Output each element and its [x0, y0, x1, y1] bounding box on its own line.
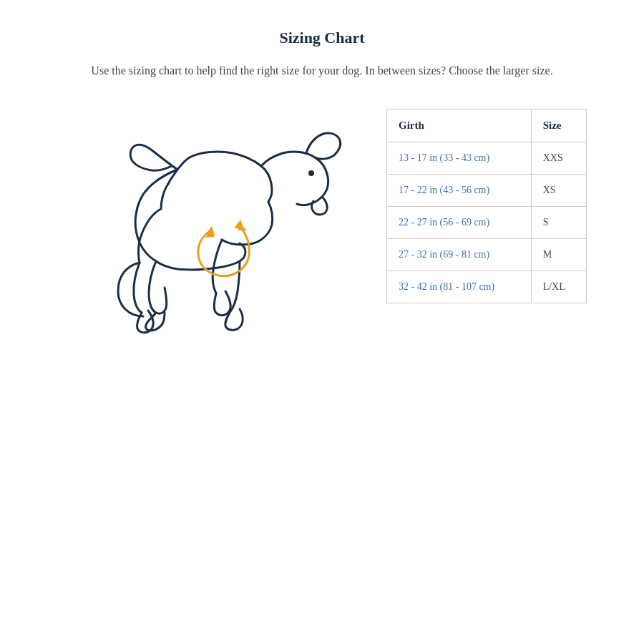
page-title: Sizing Chart [279, 29, 364, 47]
girth-header: Girth [387, 109, 532, 142]
size-cell: L/XL [531, 270, 586, 303]
content-row: Girth Size 13 - 17 in (33 - 43 cm)XXS17 … [14, 109, 630, 384]
table-row: 32 - 42 in (81 - 107 cm)L/XL [387, 270, 587, 303]
table-row: 27 - 32 in (69 - 81 cm)M [387, 238, 587, 270]
girth-cell: 17 - 22 in (43 - 56 cm) [387, 174, 532, 206]
sizing-table: Girth Size 13 - 17 in (33 - 43 cm)XXS17 … [386, 109, 587, 303]
girth-cell: 13 - 17 in (33 - 43 cm) [387, 142, 532, 174]
size-cell: S [531, 206, 586, 238]
svg-point-0 [308, 170, 314, 176]
table-row: 13 - 17 in (33 - 43 cm)XXS [387, 142, 587, 174]
size-cell: M [531, 238, 586, 270]
sizing-table-wrapper: Girth Size 13 - 17 in (33 - 43 cm)XXS17 … [386, 109, 587, 303]
girth-cell: 27 - 32 in (69 - 81 cm) [387, 238, 532, 270]
page-subtitle: Use the sizing chart to help find the ri… [91, 62, 552, 80]
main-container: Sizing Chart Use the sizing chart to hel… [14, 29, 630, 384]
size-cell: XXS [531, 142, 586, 174]
table-row: 17 - 22 in (43 - 56 cm)XS [387, 174, 587, 206]
girth-cell: 22 - 27 in (56 - 69 cm) [387, 206, 532, 238]
size-header: Size [531, 109, 586, 142]
size-cell: XS [531, 174, 586, 206]
girth-cell: 32 - 42 in (81 - 107 cm) [387, 270, 532, 303]
table-row: 22 - 27 in (56 - 69 cm)S [387, 206, 587, 238]
dog-illustration [57, 109, 358, 384]
